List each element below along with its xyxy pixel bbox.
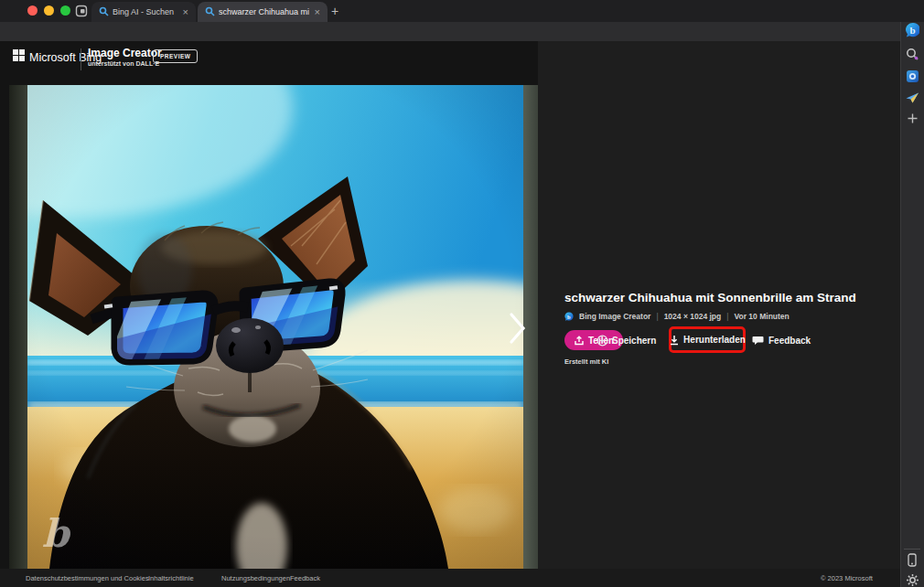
- bing-search-favicon: [205, 4, 215, 20]
- created-with-ai-note: Erstellt mit KI: [564, 358, 608, 366]
- copilot-bing-icon[interactable]: b: [905, 23, 919, 37]
- window-minimize-button[interactable]: [44, 5, 54, 16]
- footer-link-content-policy[interactable]: Inhaltsrichtlinie: [148, 569, 194, 587]
- sidebar-app-icon[interactable]: [905, 69, 919, 83]
- tab-overview-icon[interactable]: [75, 5, 88, 21]
- save-collections-icon: [596, 335, 608, 347]
- image-detail-panel: schwarzer Chihuahua mit Sonnenbrille am …: [538, 41, 900, 569]
- share-icon: [574, 336, 585, 346]
- bing-icon: b: [564, 312, 574, 321]
- download-annotation-box: Herunterladen: [669, 326, 746, 353]
- bing-watermark: b: [42, 511, 71, 556]
- save-button[interactable]: Speichern: [596, 330, 656, 350]
- window-close-button[interactable]: [27, 5, 38, 16]
- meta-dimensions: 1024 × 1024 jpg: [664, 312, 722, 321]
- phone-icon[interactable]: [905, 552, 919, 567]
- footer-link-terms[interactable]: Nutzungsbedingungen: [221, 569, 290, 587]
- tab-image-creator[interactable]: schwarzer Chihuahua mit Son ×: [198, 2, 328, 22]
- feedback-icon: [752, 335, 764, 346]
- footer-link-feedback[interactable]: Feedback: [290, 569, 320, 587]
- sidebar-divider: [904, 549, 920, 550]
- tab-bing-ai[interactable]: Bing AI - Suchen ×: [91, 2, 196, 22]
- tab-close-icon[interactable]: ×: [313, 7, 322, 17]
- microsoft-logo: [13, 49, 25, 61]
- image-title: schwarzer Chihuahua mit Sonnenbrille am …: [564, 291, 876, 304]
- image-viewer: b: [9, 85, 538, 569]
- next-image-chevron-icon[interactable]: [508, 312, 528, 345]
- footer-copyright: © 2023 Microsoft: [821, 569, 873, 587]
- header-divider: [81, 48, 81, 70]
- bing-search-favicon: [99, 4, 109, 20]
- download-button[interactable]: Herunterladen: [669, 330, 746, 350]
- sidebar-search-icon[interactable]: [905, 47, 919, 61]
- meta-source: Bing Image Creator: [579, 312, 650, 321]
- tab-title: schwarzer Chihuahua mit Son: [219, 7, 309, 16]
- drop-icon[interactable]: [905, 90, 919, 104]
- svg-text:b: b: [567, 314, 571, 320]
- tab-title: Bing AI - Suchen: [113, 7, 177, 16]
- new-tab-button[interactable]: +: [331, 3, 338, 19]
- browser-window: Bing AI - Suchen × schwarzer Chihuahua m…: [0, 0, 924, 587]
- generated-image-chihuahua[interactable]: b: [27, 85, 523, 569]
- edge-sidebar: [900, 22, 924, 587]
- tab-close-icon[interactable]: ×: [181, 7, 190, 17]
- footer-bar: Datenschutzbestimmungen und Cookies Inha…: [0, 569, 900, 587]
- window-zoom-button[interactable]: [60, 5, 70, 16]
- svg-text:b: b: [910, 25, 916, 36]
- feedback-button[interactable]: Feedback: [752, 330, 811, 350]
- image-creator-page: Microsoft Bing Image Creator unterstützt…: [0, 41, 900, 569]
- navigation-toolbar: https://www.bing.com/images/create/schwa…: [0, 22, 924, 41]
- app-tagline: unterstützt von DALL·E: [88, 60, 159, 67]
- app-title[interactable]: Image Creator: [88, 47, 162, 59]
- settings-gear-icon[interactable]: [905, 572, 919, 587]
- sidebar-add-icon[interactable]: [905, 111, 919, 125]
- previous-image-edge[interactable]: [9, 85, 27, 569]
- footer-link-privacy[interactable]: Datenschutzbestimmungen und Cookies: [26, 569, 149, 587]
- meta-age: Vor 10 Minuten: [734, 312, 789, 321]
- image-meta: b Bing Image Creator | 1024 × 1024 jpg |…: [564, 312, 790, 321]
- download-icon: [669, 335, 680, 346]
- preview-badge: PREVIEW: [153, 49, 198, 63]
- tab-bar: Bing AI - Suchen × schwarzer Chihuahua m…: [0, 0, 924, 22]
